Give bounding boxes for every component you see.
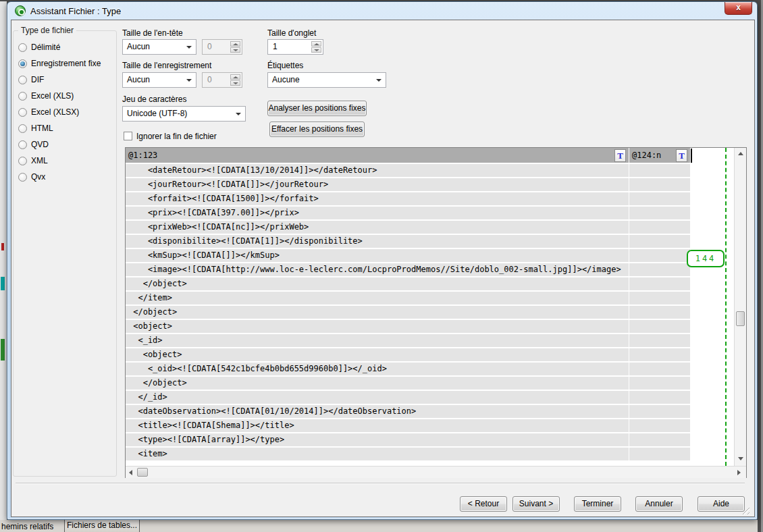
preview-row[interactable]: </item> <box>126 292 690 304</box>
radio-label: QVD <box>31 140 49 149</box>
chevron-down-icon <box>236 113 241 115</box>
scroll-up-icon[interactable] <box>738 152 743 155</box>
analyze-fixed-positions-button[interactable]: Analyser les positions fixes <box>267 101 367 116</box>
header-size-label: Taille de l'en-tête <box>122 28 183 38</box>
preview-row[interactable]: </object> <box>126 377 690 390</box>
spin-down-icon <box>230 80 240 86</box>
qlikview-icon <box>15 5 26 16</box>
preview-row[interactable]: <item> <box>126 448 690 460</box>
spinner-value: 1 <box>273 42 278 51</box>
scroll-right-icon[interactable] <box>737 470 741 475</box>
close-button[interactable]: x <box>725 2 752 15</box>
radio-icon <box>18 76 27 84</box>
preview-row[interactable]: <dateRetour><![CDATA[13/10/2014]]></date… <box>126 164 690 177</box>
preview-row[interactable]: </_id> <box>126 391 690 404</box>
next-button[interactable]: Suivant > <box>512 496 560 512</box>
radio-label: Délimité <box>31 43 60 52</box>
radio-icon <box>18 173 27 182</box>
clear-fixed-positions-button[interactable]: Effacer les positions fixes <box>269 122 365 137</box>
tab-size-label: Taille d'onglet <box>267 28 316 38</box>
chevron-down-icon <box>186 46 192 49</box>
preview-row[interactable]: <kmSup><![CDATA[]]></kmSup> <box>126 249 690 262</box>
background-app-left-edge <box>0 1 7 520</box>
preview-row[interactable]: <jourRetour><![CDATA[]]></jourRetour> <box>126 178 690 191</box>
combo-value: Aucun <box>127 42 150 51</box>
preview-row[interactable]: <object> <box>126 320 690 333</box>
radio-label: XML <box>31 156 48 165</box>
radio-fixed-record[interactable]: Enregistrement fixe <box>18 58 101 69</box>
text-interpret-icon[interactable]: T <box>676 149 687 162</box>
radio-icon <box>18 43 27 52</box>
column-header-1[interactable]: @1:123 <box>126 148 629 163</box>
header-size-combo[interactable]: Aucun <box>122 39 196 55</box>
spin-down-icon <box>230 47 240 53</box>
background-text-fragment <box>1 277 5 290</box>
radio-dif[interactable]: DIF <box>18 74 44 85</box>
radio-icon <box>18 124 27 133</box>
cancel-button[interactable]: Annuler <box>635 496 683 512</box>
fixed-position-marker-line[interactable] <box>725 148 727 466</box>
preview-row[interactable]: <_id> <box>126 334 690 347</box>
preview-row[interactable]: <disponibilite><![CDATA[1]]></disponibil… <box>126 235 690 248</box>
preview-row[interactable]: <type><![CDATA[array]]></type> <box>126 433 690 446</box>
radio-xml[interactable]: XML <box>18 155 48 166</box>
preview-row[interactable]: </object> <box>126 306 690 319</box>
scroll-down-icon[interactable] <box>738 457 743 460</box>
radio-excel-xls[interactable]: Excel (XLS) <box>18 90 74 101</box>
file-wizard-dialog: Assistant Fichier : Type x Type de fichi… <box>7 1 758 520</box>
vertical-scrollbar[interactable] <box>734 148 746 466</box>
preview-rows: <dateRetour><![CDATA[13/10/2014]]></date… <box>126 164 690 462</box>
preview-row[interactable]: <forfait><![CDATA[1500]]></forfait> <box>126 192 690 205</box>
radio-label: Enregistrement fixe <box>31 59 101 68</box>
tab-size-spinner[interactable]: 1 <box>267 39 323 55</box>
ignore-eof-checkbox[interactable] <box>124 132 132 140</box>
preview-row[interactable]: <dateObservation><![CDATA[01/10/2014]]><… <box>126 405 690 418</box>
background-text-fragment <box>1 339 5 361</box>
radio-label: Excel (XLSX) <box>31 107 79 117</box>
charset-label: Jeu de caractères <box>122 95 186 104</box>
radio-icon <box>18 157 27 165</box>
spinner-value: 0 <box>207 42 212 51</box>
labels-combo[interactable]: Aucune <box>267 72 386 88</box>
record-size-label: Taille de l'enregistrement <box>122 61 211 70</box>
column-break-caret <box>691 149 692 163</box>
spin-down-icon[interactable] <box>311 47 321 53</box>
preview-row[interactable]: <prix><![CDATA[397.00]]></prix> <box>126 207 690 219</box>
dialog-title: Assistant Fichier : Type <box>30 6 121 16</box>
radio-selected-icon <box>18 59 27 68</box>
preview-row[interactable]: <_oid><![CDATA[542c1bcfe4b0bd655d9960b0]… <box>126 363 690 375</box>
radio-icon <box>18 140 27 149</box>
header-size-spinner: 0 <box>202 39 242 55</box>
radio-qvd[interactable]: QVD <box>18 139 49 150</box>
scroll-left-icon[interactable] <box>129 470 132 475</box>
finish-button[interactable]: Terminer <box>574 496 621 512</box>
text-interpret-icon[interactable]: T <box>614 149 626 162</box>
radio-qvx[interactable]: Qvx <box>18 171 45 182</box>
footer-separator <box>16 483 745 484</box>
preview-row[interactable]: </object> <box>126 277 690 290</box>
radio-excel-xlsx[interactable]: Excel (XLSX) <box>18 107 79 117</box>
horizontal-scrollbar[interactable] <box>126 466 746 478</box>
vertical-scroll-thumb[interactable] <box>736 311 745 326</box>
help-button[interactable]: Aide <box>698 496 745 512</box>
preview-row[interactable]: <prixWeb><![CDATA[nc]]></prixWeb> <box>126 221 690 234</box>
column-separator <box>629 163 629 462</box>
radio-delimited[interactable]: Délimité <box>18 42 60 53</box>
file-preview-table: @1:123 @124:n T T <dateRetour><![CDATA[1… <box>125 147 747 478</box>
spinner-buttons[interactable] <box>311 41 321 53</box>
radio-html[interactable]: HTML <box>18 123 53 134</box>
record-size-combo[interactable]: Aucun <box>122 72 196 88</box>
charset-combo[interactable]: Unicode (UTF-8) <box>122 106 246 122</box>
preview-row[interactable]: <image><![CDATA[http://www.loc-e-leclerc… <box>126 263 690 276</box>
title-bar[interactable]: Assistant Fichier : Type x <box>7 2 757 20</box>
table-files-button[interactable]: Fichiers de tables... <box>64 518 140 532</box>
back-button[interactable]: < Retour <box>460 496 507 512</box>
spin-up-icon[interactable] <box>311 41 321 47</box>
chevron-down-icon <box>186 79 192 82</box>
combo-value: Aucun <box>127 75 150 84</box>
preview-row[interactable]: <object> <box>126 348 690 361</box>
radio-label: DIF <box>31 75 44 84</box>
preview-row[interactable]: <title><![CDATA[Shema]]></title> <box>126 419 690 432</box>
horizontal-scroll-thumb[interactable] <box>137 468 148 477</box>
spinner-buttons <box>230 74 240 86</box>
